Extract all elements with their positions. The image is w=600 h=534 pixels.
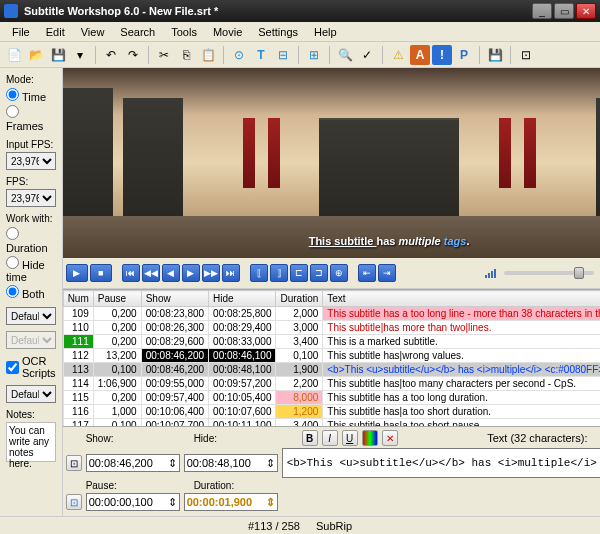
fps-label: FPS:: [6, 176, 56, 187]
menu-view[interactable]: View: [73, 24, 113, 40]
subtitles-icon[interactable]: ⊟: [273, 45, 293, 65]
separator: [148, 46, 149, 64]
menu-search[interactable]: Search: [112, 24, 163, 40]
save2-icon[interactable]: 💾: [485, 45, 505, 65]
prev-sub-icon[interactable]: ⇤: [358, 264, 376, 282]
subtitle-grid[interactable]: Num Pause Show Hide Duration Text 1090,2…: [63, 289, 600, 426]
menu-tools[interactable]: Tools: [163, 24, 205, 40]
table-row[interactable]: 1161,00000:10:06,40000:10:07,6001,200Thi…: [63, 405, 600, 419]
time-icon[interactable]: ⊡: [66, 455, 82, 471]
col-duration[interactable]: Duration: [276, 291, 323, 307]
underline-button[interactable]: U: [342, 430, 358, 446]
step-back-icon[interactable]: ◀: [162, 264, 180, 282]
status-position: #113 / 258: [248, 520, 300, 532]
duration-label: Duration:: [194, 480, 235, 491]
mark-start-icon[interactable]: ⟦: [250, 264, 268, 282]
clear-button[interactable]: ✕: [382, 430, 398, 446]
table-row[interactable]: 1110,20000:08:29,60000:08:33,0003,400Thi…: [63, 335, 600, 349]
cut-icon[interactable]: ✂: [154, 45, 174, 65]
position-slider[interactable]: [504, 271, 594, 275]
separator: [298, 46, 299, 64]
menu-help[interactable]: Help: [306, 24, 345, 40]
table-row[interactable]: 1130,10000:08:46,20000:08:48,1001,900<b>…: [63, 363, 600, 377]
text-input[interactable]: [282, 448, 600, 478]
redo-icon[interactable]: ↷: [123, 45, 143, 65]
charcount-label: Text (32 characters):: [402, 432, 600, 444]
play-button[interactable]: ▶: [66, 264, 88, 282]
table-row[interactable]: 1100,20000:08:26,30000:08:29,4003,000Thi…: [63, 321, 600, 335]
inputfps-label: Input FPS:: [6, 139, 56, 150]
col-hide[interactable]: Hide: [209, 291, 276, 307]
search-icon[interactable]: 🔍: [335, 45, 355, 65]
video-preview[interactable]: This subtitle has multiple tags.: [63, 68, 600, 258]
table-row[interactable]: 1141:06,90000:09:55,00000:09:57,2002,200…: [63, 377, 600, 391]
separator: [329, 46, 330, 64]
col-pause[interactable]: Pause: [93, 291, 141, 307]
ww-hidetime-radio[interactable]: Hide time: [6, 255, 56, 284]
table-row[interactable]: 1150,20000:09:57,40000:10:05,4008,000Thi…: [63, 391, 600, 405]
paste-icon[interactable]: 📋: [198, 45, 218, 65]
warning-icon[interactable]: ⚠: [388, 45, 408, 65]
timings-icon[interactable]: ⊙: [229, 45, 249, 65]
sync-start-icon[interactable]: ⊏: [290, 264, 308, 282]
col-num[interactable]: Num: [63, 291, 93, 307]
tool-a-icon[interactable]: A: [410, 45, 430, 65]
settings-icon[interactable]: ⊡: [516, 45, 536, 65]
table-row[interactable]: 1170,10000:10:07,70000:10:11,1003,400Thi…: [63, 419, 600, 427]
duration-input[interactable]: 00:00:01,900⇕: [184, 493, 278, 511]
step-fwd-icon[interactable]: ▶: [182, 264, 200, 282]
notes-textarea[interactable]: You can write any notes here.: [6, 422, 56, 462]
bold-button[interactable]: B: [302, 430, 318, 446]
pascal-icon[interactable]: P: [454, 45, 474, 65]
rewind-icon[interactable]: ◀◀: [142, 264, 160, 282]
menu-file[interactable]: File: [4, 24, 38, 40]
ww-both-radio[interactable]: Both: [6, 284, 56, 301]
open-icon[interactable]: 📂: [26, 45, 46, 65]
color-button[interactable]: [362, 430, 378, 446]
tool-i-icon[interactable]: !: [432, 45, 452, 65]
skip-fwd-icon[interactable]: ⏭: [222, 264, 240, 282]
inputfps-select[interactable]: 23,976: [6, 152, 56, 170]
menu-edit[interactable]: Edit: [38, 24, 73, 40]
hide-input[interactable]: 00:08:48,100⇕: [184, 454, 278, 472]
mode-time-radio[interactable]: Time: [6, 87, 56, 104]
texts-icon[interactable]: T: [251, 45, 271, 65]
table-row[interactable]: 1090,20000:08:23,80000:08:25,8002,000Thi…: [63, 307, 600, 321]
save-icon[interactable]: 💾: [48, 45, 68, 65]
col-text[interactable]: Text: [323, 291, 600, 307]
ocr-select[interactable]: Default: [6, 385, 56, 403]
menu-movie[interactable]: Movie: [205, 24, 250, 40]
stop-button[interactable]: ■: [90, 264, 112, 282]
dropdown-icon[interactable]: ▾: [70, 45, 90, 65]
undo-icon[interactable]: ↶: [101, 45, 121, 65]
split-icon[interactable]: ⊞: [304, 45, 324, 65]
forward-icon[interactable]: ▶▶: [202, 264, 220, 282]
menu-settings[interactable]: Settings: [250, 24, 306, 40]
copy-icon[interactable]: ⎘: [176, 45, 196, 65]
format2-select[interactable]: Default: [6, 331, 56, 349]
col-show[interactable]: Show: [141, 291, 208, 307]
table-row[interactable]: 11213,20000:08:46,20000:08:46,1000,100Th…: [63, 349, 600, 363]
ocr-checkbox[interactable]: OCR Scripts: [6, 355, 56, 379]
mark-end-icon[interactable]: ⟧: [270, 264, 288, 282]
show-input[interactable]: 00:08:46,200⇕: [86, 454, 180, 472]
sync-end-icon[interactable]: ⊐: [310, 264, 328, 282]
maximize-button[interactable]: ▭: [554, 3, 574, 19]
pause-input[interactable]: 00:00:00,100⇕: [86, 493, 180, 511]
add-sync-icon[interactable]: ⊕: [330, 264, 348, 282]
status-format: SubRip: [316, 520, 352, 532]
skip-back-icon[interactable]: ⏮: [122, 264, 140, 282]
fps-select[interactable]: 23,976: [6, 189, 56, 207]
spellcheck-icon[interactable]: ✓: [357, 45, 377, 65]
time2-icon[interactable]: ⊡: [66, 494, 82, 510]
minimize-button[interactable]: _: [532, 3, 552, 19]
volume-icon[interactable]: [485, 269, 496, 278]
new-icon[interactable]: 📄: [4, 45, 24, 65]
format1-select[interactable]: Default: [6, 307, 56, 325]
mode-frames-radio[interactable]: Frames: [6, 104, 56, 133]
next-sub-icon[interactable]: ⇥: [378, 264, 396, 282]
italic-button[interactable]: I: [322, 430, 338, 446]
show-label: Show:: [86, 433, 126, 444]
close-button[interactable]: ✕: [576, 3, 596, 19]
ww-duration-radio[interactable]: Duration: [6, 226, 56, 255]
